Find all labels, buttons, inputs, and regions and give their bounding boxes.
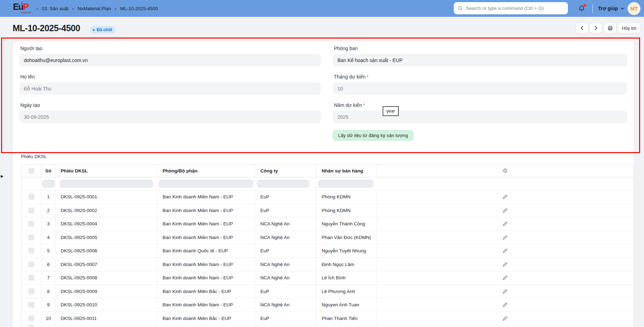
cell-cong-ty: EuP (255, 285, 316, 298)
sidebar-expand-icon[interactable]: ▶ (1, 174, 4, 178)
table-row: 5 DKSL-0925-0006 Ban Kinh doanh Quốc tế … (21, 244, 633, 258)
edit-row-icon[interactable] (502, 316, 508, 321)
notifications-bell-button[interactable] (577, 4, 587, 13)
row-number: 7 (42, 271, 55, 285)
fetch-data-button[interactable]: Lấy dữ liệu từ đăng ký sản lượng (333, 130, 413, 141)
cancel-button-label: Hủy bỏ (622, 26, 636, 31)
table-row: 6 DKSL-0925-0007 Ban Kinh doanh Miền Nam… (21, 258, 633, 272)
filter-input-phieu-dksl[interactable] (60, 180, 153, 188)
table-row: 10 DKSL-0925-0011 Ban Kinh doanh Miền Bắ… (21, 312, 633, 326)
help-label: Trợ giúp (598, 6, 618, 11)
table-row-partial (21, 325, 633, 327)
row-number: 9 (42, 298, 55, 312)
filter-input-so[interactable] (42, 180, 55, 188)
row-checkbox[interactable] (28, 325, 34, 327)
column-header-cong-ty[interactable]: Công ty (255, 164, 316, 177)
edit-row-icon[interactable] (502, 275, 508, 280)
row-checkbox[interactable] (28, 302, 34, 308)
cell-nhan-su: Phòng KDMN (316, 204, 377, 217)
cell-phieu-dksl[interactable]: DKSL-0925-0010 (55, 298, 157, 312)
planned-month-field[interactable]: 10 (333, 82, 627, 95)
cell-phieu-dksl[interactable]: DKSL-0925-0002 (55, 204, 157, 217)
edit-row-icon[interactable] (502, 302, 508, 307)
help-menu-button[interactable]: Trợ giúp (598, 0, 624, 17)
cancel-button[interactable]: Hủy bỏ (618, 23, 640, 33)
cell-cong-ty: EuP (255, 204, 316, 217)
logo-text: EuP (13, 2, 32, 11)
cell-phieu-dksl[interactable]: DKSL-0925-0006 (55, 244, 157, 258)
filter-input-nhan-su[interactable] (318, 180, 374, 188)
row-checkbox[interactable] (28, 207, 34, 213)
page-header: ML-10-2025-4500 Đã chốt Hủy bỏ (0, 17, 644, 39)
column-header-nhan-su[interactable]: Nhân sự bán hàng (316, 164, 377, 177)
table-row: 8 DKSL-0925-0009 Ban Kinh doanh Miền Bắc… (21, 285, 633, 299)
filter-input-cong-ty[interactable] (257, 180, 309, 188)
edit-row-icon[interactable] (502, 248, 508, 253)
row-checkbox[interactable] (28, 234, 34, 240)
table-row: 3 DKSL-0925-0004 Ban Kinh doanh Miền Nam… (21, 217, 633, 231)
status-badge: Đã chốt (90, 26, 116, 34)
column-header-phieu-dksl[interactable]: Phiếu DKSL (55, 164, 157, 177)
row-checkbox[interactable] (28, 248, 34, 254)
search-input[interactable]: Search or type a command (Ctrl + G) (454, 2, 568, 14)
row-checkbox[interactable] (28, 221, 34, 227)
cell-phieu-dksl[interactable]: DKSL-0925-0007 (55, 258, 157, 271)
inline-filter-box[interactable] (374, 178, 395, 190)
table-section-label: Phiếu DKSL (21, 154, 47, 159)
cell-phieu-dksl[interactable]: DKSL-0925-0009 (55, 285, 157, 298)
row-checkbox[interactable] (28, 288, 34, 294)
avatar[interactable]: MT (628, 2, 640, 15)
cell-nhan-su: Lê Ích Bình (316, 271, 377, 285)
breadcrumb-item-san-xuat[interactable]: 03. Sản xuất (42, 6, 68, 11)
planned-year-field[interactable]: 2025 (333, 111, 627, 123)
cell-phieu-dksl[interactable]: DKSL-0925-0008 (55, 271, 157, 285)
avatar-initials: MT (630, 6, 637, 12)
required-asterisk: * (366, 74, 368, 80)
year-tooltip: year (383, 106, 399, 116)
edit-row-icon[interactable] (502, 208, 508, 213)
cell-nhan-su: Nguyễn Tuyết Nhung (316, 244, 377, 258)
previous-record-button[interactable] (576, 23, 588, 33)
cell-phieu-dksl[interactable]: DKSL-0925-0005 (55, 231, 157, 244)
breadcrumb-separator-icon: › (72, 6, 74, 11)
row-checkbox[interactable] (28, 315, 34, 321)
gear-icon[interactable]: ⚙ (502, 168, 508, 174)
created-date-label: Ngày tạo (20, 102, 40, 108)
department-field[interactable]: Ban Kế hoạch sản xuất - EUP (333, 54, 627, 66)
breadcrumb-item-current[interactable]: ML-10-2025-4500 (120, 6, 158, 11)
column-header-phong-bo-phan[interactable]: Phòng/Bộ phận (157, 164, 255, 177)
table-header-row: Số Phiếu DKSL Phòng/Bộ phận Công ty Nhân… (21, 164, 633, 177)
cell-phieu-dksl[interactable]: DKSL-0925-0004 (55, 217, 157, 231)
select-all-checkbox[interactable] (28, 168, 34, 174)
cell-cong-ty: NCA Nghệ An (255, 271, 316, 285)
cell-cong-ty: NCA Nghệ An (255, 258, 316, 271)
app-logo[interactable]: EuP GROUP (13, 2, 32, 14)
print-button[interactable] (604, 23, 616, 33)
row-checkbox[interactable] (28, 261, 34, 267)
row-number: 10 (42, 312, 55, 325)
cell-nhan-su: Nguyen Anh Tuan (316, 298, 377, 312)
edit-row-icon[interactable] (502, 289, 508, 294)
column-header-so[interactable]: Số (42, 164, 55, 177)
edit-row-icon[interactable] (502, 194, 508, 199)
dksl-table: Số Phiếu DKSL Phòng/Bộ phận Công ty Nhân… (21, 164, 633, 327)
row-number: 5 (42, 244, 55, 258)
cell-phong-bo-phan: Ban Kinh doanh Miền Nam - EUP (157, 190, 255, 204)
navbar-divider (592, 4, 593, 13)
row-number: 6 (42, 258, 55, 271)
creator-field[interactable]: dohoaithu@europlast.com.vn (19, 54, 321, 66)
row-checkbox[interactable] (28, 194, 34, 200)
row-checkbox[interactable] (28, 275, 34, 281)
breadcrumb-item-nxmaterial-plan[interactable]: NxMaterial Plan (78, 6, 111, 11)
edit-row-icon[interactable] (502, 235, 508, 240)
next-record-button[interactable] (590, 23, 602, 33)
row-number: 2 (42, 204, 55, 217)
cell-phieu-dksl[interactable]: DKSL-0925-0011 (55, 312, 157, 325)
edit-row-icon[interactable] (502, 221, 508, 226)
cell-cong-ty: EuP (255, 190, 316, 204)
cell-phieu-dksl[interactable]: DKSL-0925-0001 (55, 190, 157, 204)
cell-phong-bo-phan: Ban Kinh doanh Miền Bắc - EUP (157, 312, 255, 325)
row-number: 8 (42, 285, 55, 298)
edit-row-icon[interactable] (502, 262, 508, 267)
filter-input-phong-bo-phan[interactable] (159, 180, 253, 188)
